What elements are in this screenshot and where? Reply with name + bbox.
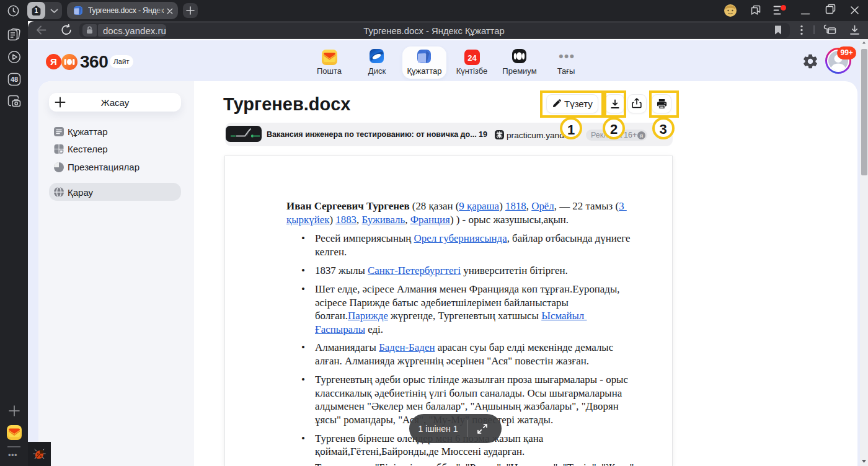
svg-text:1: 1 — [35, 7, 38, 14]
svg-text:48: 48 — [11, 76, 18, 83]
svg-text:24: 24 — [467, 53, 477, 63]
